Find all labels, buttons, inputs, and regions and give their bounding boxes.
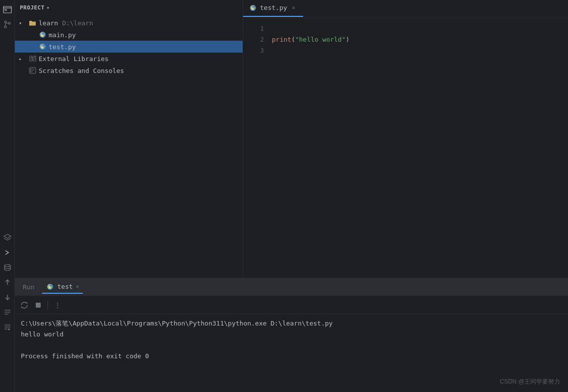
code-line-1: [272, 23, 568, 34]
database-icon[interactable]: [2, 262, 13, 273]
line-number-2: 2: [243, 34, 264, 45]
python-test-icon: [39, 43, 47, 51]
svg-rect-32: [29, 68, 31, 72]
code-paren-open: (: [291, 34, 295, 45]
watermark: CSDN @王同学要努力: [500, 378, 560, 386]
folder-learn-name: learn: [39, 19, 58, 27]
code-editor[interactable]: 1 2 3 print("hello world"): [243, 17, 568, 278]
svg-point-35: [253, 9, 254, 9]
arrow-right-icon[interactable]: [2, 247, 13, 258]
scratches-and-consoles[interactable]: Scratches and Consoles: [15, 65, 243, 76]
bottom-panel: Run: [15, 278, 568, 392]
project-label: Project: [20, 4, 45, 11]
terminal-cmd-line: C:\Users\落笔\AppData\Local\Programs\Pytho…: [21, 318, 562, 329]
sidebar-header: Project ▾: [15, 0, 243, 15]
down-arrow-icon[interactable]: [2, 292, 13, 303]
git-icon[interactable]: [2, 19, 13, 30]
code-func: print: [272, 34, 291, 45]
download-list-icon[interactable]: [2, 322, 13, 332]
folder-learn-path: D:\learn: [62, 19, 93, 27]
project-icon[interactable]: [2, 4, 13, 15]
svg-point-5: [4, 264, 10, 266]
tab-test-py-label: test.py: [260, 4, 287, 11]
tab-python-icon: [249, 4, 257, 12]
stop-button[interactable]: [33, 300, 44, 311]
test-tab[interactable]: test ✕: [42, 281, 83, 294]
editor-area: test.py ✕ 1 2 3 print("hello world"): [243, 0, 568, 278]
folder-learn[interactable]: learn D:\learn: [15, 17, 243, 29]
svg-point-38: [51, 288, 51, 288]
svg-point-36: [47, 284, 53, 290]
terminal-exit-msg: Process finished with exit code 0: [21, 351, 562, 362]
svg-point-34: [252, 6, 253, 7]
external-libraries-icon: [29, 55, 37, 63]
test-tab-close[interactable]: ✕: [76, 283, 79, 290]
run-tab-label: Run: [23, 283, 34, 291]
toolbar-divider: [48, 301, 48, 310]
line-number-1: 1: [243, 23, 264, 34]
test-tab-label: test: [57, 283, 72, 290]
terminal-output: C:\Users\落笔\AppData\Local\Programs\Pytho…: [15, 314, 568, 392]
code-content[interactable]: print("hello world"): [268, 17, 568, 278]
layers-icon[interactable]: [2, 232, 13, 243]
svg-point-15: [43, 36, 44, 36]
svg-point-2: [4, 21, 6, 23]
svg-rect-39: [36, 303, 41, 308]
up-arrow-icon[interactable]: [2, 277, 13, 288]
svg-point-14: [42, 33, 43, 34]
editor-tab-bar: test.py ✕: [243, 0, 568, 17]
project-tree: learn D:\learn: [15, 15, 243, 278]
code-paren-close: ): [346, 34, 350, 45]
project-chevron: ▾: [47, 5, 50, 10]
main-container: Project ▾ learn D:\learn: [15, 0, 568, 392]
line-number-3: 3: [243, 45, 264, 56]
expand-learn-arrow: [19, 20, 27, 26]
external-libraries[interactable]: External Libraries: [15, 53, 243, 65]
svg-point-33: [250, 5, 256, 11]
test-tab-icon: [46, 283, 54, 291]
content-area: Project ▾ learn D:\learn: [15, 0, 568, 278]
file-test-py[interactable]: test.py: [15, 41, 243, 53]
file-test-py-name: test.py: [49, 43, 76, 51]
external-libraries-label: External Libraries: [39, 55, 109, 63]
tab-close-button[interactable]: ✕: [290, 4, 297, 11]
svg-rect-20: [30, 56, 32, 61]
more-button[interactable]: ⋮: [52, 300, 63, 311]
line-numbers: 1 2 3: [243, 17, 268, 278]
run-tab[interactable]: Run: [19, 281, 38, 293]
code-line-2: print("hello world"): [272, 34, 568, 45]
terminal-hello-world: hello world: [21, 329, 562, 340]
svg-point-13: [40, 32, 46, 38]
python-file-icon: [39, 31, 47, 39]
bottom-tab-bar: Run: [15, 278, 568, 296]
code-line-3: [272, 45, 568, 56]
svg-point-37: [50, 285, 50, 286]
more-dots: ⋮: [54, 301, 61, 309]
svg-point-17: [40, 44, 46, 50]
svg-point-3: [4, 26, 6, 28]
code-string: "hello world": [295, 34, 346, 45]
scratches-label: Scratches and Consoles: [39, 67, 124, 74]
bottom-toolbar: ⋮: [15, 296, 568, 314]
file-main-py[interactable]: main.py: [15, 29, 243, 41]
expand-ext-arrow: [19, 56, 27, 62]
file-main-py-name: main.py: [49, 31, 76, 39]
svg-rect-1: [4, 9, 7, 11]
sidebar: Project ▾ learn D:\learn: [15, 0, 243, 278]
svg-rect-21: [33, 56, 36, 61]
tab-test-py[interactable]: test.py ✕: [243, 0, 303, 17]
list-icon[interactable]: [2, 307, 13, 318]
terminal-blank: [21, 340, 562, 351]
folder-icon: [29, 19, 37, 27]
scratches-icon: [29, 66, 37, 74]
activity-bar: [0, 0, 15, 392]
rerun-button[interactable]: [19, 300, 30, 311]
svg-point-18: [42, 45, 43, 46]
svg-point-19: [43, 48, 44, 48]
